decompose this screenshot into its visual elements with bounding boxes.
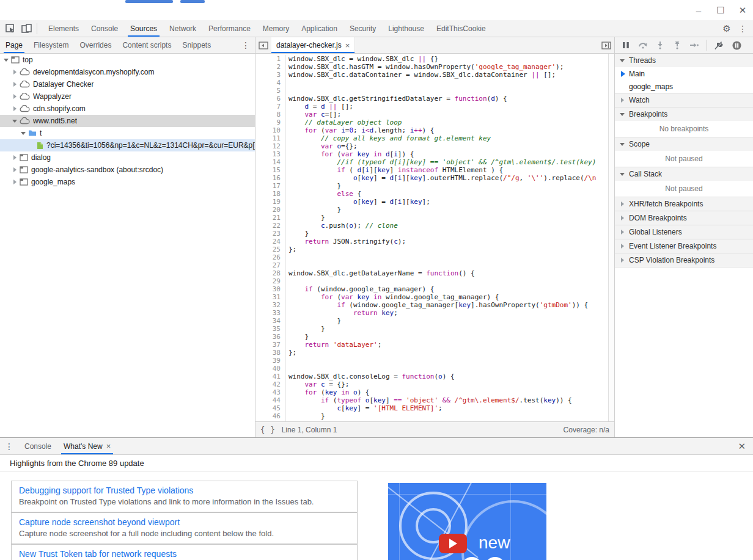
chevron-right-icon[interactable] — [11, 70, 18, 75]
more-menu-icon[interactable]: ⋮ — [735, 21, 751, 36]
drawer-tab-what-s-new[interactable]: What's New × — [57, 438, 117, 454]
line-number[interactable]: 45 — [255, 404, 286, 412]
whatsnew-card-link[interactable]: Debugging support for Trusted Type viola… — [19, 485, 350, 495]
line-number[interactable]: 8 — [255, 111, 286, 118]
line-number[interactable]: 9 — [255, 118, 286, 126]
drawer-close-icon[interactable]: ✕ — [730, 438, 753, 454]
step-into-icon[interactable] — [653, 38, 667, 52]
tree-item-google-maps[interactable]: google_maps — [0, 176, 255, 188]
navigator-tab-overrides[interactable]: Overrides — [74, 37, 117, 53]
section-header-xhr-fetch-breakpoints[interactable]: XHR/fetch Breakpoints — [615, 197, 753, 211]
line-number[interactable]: 5 — [255, 87, 286, 95]
pause-on-exceptions-icon[interactable] — [729, 38, 744, 52]
chevron-down-icon[interactable] — [11, 120, 18, 123]
chevron-right-icon[interactable] — [11, 167, 18, 172]
thread-item-main[interactable]: Main — [615, 67, 753, 80]
chevron-right-icon[interactable] — [11, 94, 18, 99]
step-out-icon[interactable] — [670, 38, 685, 52]
tree-item-ci-14356-ti-1056-np-1-c-nl-z-1[interactable]: ?ci=14356&ti=1056&np=1&c=NL&z=1314CH&pr=… — [0, 139, 255, 151]
line-number[interactable]: 47 — [255, 420, 286, 421]
line-number[interactable]: 1 — [255, 55, 286, 63]
line-number[interactable]: 4 — [255, 79, 286, 87]
section-header-call-stack[interactable]: Call Stack — [615, 167, 753, 181]
hide-navigator-icon[interactable] — [255, 37, 271, 53]
section-header-dom-breakpoints[interactable]: DOM Breakpoints — [615, 211, 753, 225]
tree-item-top[interactable]: top — [0, 54, 255, 66]
line-number[interactable]: 6 — [255, 95, 286, 103]
tab-editthiscookie[interactable]: EditThisCookie — [430, 20, 492, 37]
tab-elements[interactable]: Elements — [42, 20, 85, 37]
chevron-right-icon[interactable] — [11, 180, 18, 184]
section-header-event-listener-breakpoints[interactable]: Event Listener Breakpoints — [615, 239, 753, 253]
editor-scrollbar[interactable] — [608, 54, 614, 421]
line-number[interactable]: 23 — [255, 230, 286, 238]
line-number[interactable]: 30 — [255, 285, 286, 293]
file-tab[interactable]: datalayer-checker.js × — [271, 37, 355, 53]
line-number[interactable]: 19 — [255, 198, 286, 206]
line-number[interactable]: 36 — [255, 333, 286, 341]
tree-item-google-analytics-sandbox-about[interactable]: google-analytics-sandbox (about:srcdoc) — [0, 164, 255, 176]
drawer-tab-close-icon[interactable]: × — [106, 442, 111, 450]
line-number[interactable]: 46 — [255, 412, 286, 420]
line-number[interactable]: 20 — [255, 206, 286, 214]
step-icon[interactable] — [687, 38, 702, 52]
section-header-threads[interactable]: Threads — [615, 54, 753, 67]
video-thumbnail[interactable]: new — [388, 483, 546, 560]
line-number[interactable]: 18 — [255, 190, 286, 198]
line-number[interactable]: 38 — [255, 349, 286, 357]
line-number[interactable]: 12 — [255, 142, 286, 150]
tab-memory[interactable]: Memory — [257, 20, 295, 37]
line-number[interactable]: 25 — [255, 245, 286, 253]
drawer-more-menu-icon[interactable]: ⋮ — [0, 438, 18, 454]
thread-item-google-maps[interactable]: google_maps — [615, 80, 753, 93]
line-number[interactable]: 15 — [255, 166, 286, 174]
maximize-button[interactable]: ☐ — [714, 4, 727, 17]
pause-script-icon[interactable] — [619, 38, 633, 52]
navigator-tab-page[interactable]: Page — [0, 37, 28, 53]
section-header-scope[interactable]: Scope — [615, 137, 753, 151]
section-header-global-listeners[interactable]: Global Listeners — [615, 225, 753, 239]
minimize-button[interactable]: – — [692, 4, 705, 17]
tree-item-www-ndt5-net[interactable]: www.ndt5.net — [0, 115, 255, 127]
section-header-csp-violation-breakpoints[interactable]: CSP Violation Breakpoints — [615, 253, 753, 267]
line-number[interactable]: 24 — [255, 238, 286, 245]
line-number[interactable]: 2 — [255, 63, 286, 71]
pretty-print-icon[interactable]: { } — [260, 426, 276, 434]
drawer-tab-console[interactable]: Console — [18, 438, 57, 454]
tree-item-wappalyzer[interactable]: Wappalyzer — [0, 90, 255, 103]
line-number[interactable]: 10 — [255, 126, 286, 134]
tab-security[interactable]: Security — [343, 20, 382, 37]
chevron-right-icon[interactable] — [11, 82, 18, 87]
line-number[interactable]: 21 — [255, 214, 286, 222]
code-editor[interactable]: 1window.SBX_dlc = window.SBX_dlc || {}2w… — [255, 54, 614, 421]
line-number[interactable]: 43 — [255, 388, 286, 396]
line-number[interactable]: 44 — [255, 396, 286, 404]
line-number[interactable]: 13 — [255, 150, 286, 158]
line-number[interactable]: 29 — [255, 277, 286, 285]
youtube-play-icon[interactable] — [439, 534, 467, 553]
line-number[interactable]: 40 — [255, 365, 286, 373]
tree-item-dialog[interactable]: dialog — [0, 151, 255, 164]
tree-item-developmentdaisycon-myshopify-[interactable]: developmentdaisycon.myshopify.com — [0, 66, 255, 78]
inspect-icon[interactable] — [2, 21, 18, 36]
line-number[interactable]: 42 — [255, 380, 286, 388]
tab-lighthouse[interactable]: Lighthouse — [382, 20, 430, 37]
navigator-tab-filesystem[interactable]: Filesystem — [28, 37, 74, 53]
tree-item-cdn-shopify-com[interactable]: cdn.shopify.com — [0, 103, 255, 115]
tree-item-t[interactable]: t — [0, 127, 255, 139]
line-number[interactable]: 22 — [255, 222, 286, 230]
line-number[interactable]: 17 — [255, 182, 286, 190]
line-number[interactable]: 14 — [255, 158, 286, 166]
line-number[interactable]: 27 — [255, 261, 286, 269]
chevron-right-icon[interactable] — [11, 155, 18, 160]
navigator-more-menu-icon[interactable]: ⋮ — [237, 37, 255, 53]
section-header-breakpoints[interactable]: Breakpoints — [615, 107, 753, 121]
line-number[interactable]: 41 — [255, 373, 286, 380]
chevron-down-icon[interactable] — [20, 132, 27, 135]
line-number[interactable]: 32 — [255, 301, 286, 309]
tab-network[interactable]: Network — [163, 20, 202, 37]
whatsnew-card-link[interactable]: New Trust Token tab for network requests — [19, 549, 350, 559]
navigator-tab-content-scripts[interactable]: Content scripts — [117, 37, 177, 53]
file-tab-close-icon[interactable]: × — [345, 42, 350, 49]
line-number[interactable]: 33 — [255, 309, 286, 317]
